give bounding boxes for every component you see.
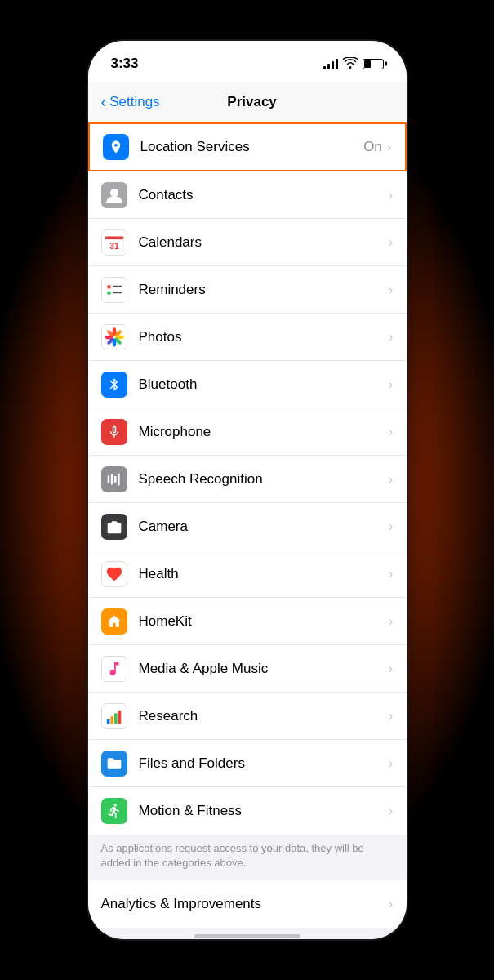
fitness-icon <box>101 798 127 824</box>
contacts-icon <box>101 182 127 208</box>
svg-rect-3 <box>105 236 123 239</box>
speech-recognition-icon <box>101 466 127 492</box>
music-icon <box>101 656 127 682</box>
reminders-row[interactable]: Reminders › <box>88 266 407 314</box>
location-services-icon <box>103 134 129 160</box>
microphone-icon <box>101 419 127 445</box>
location-services-value: On <box>363 139 382 155</box>
files-icon <box>101 751 127 777</box>
photos-chevron-icon: › <box>389 329 394 345</box>
bluetooth-row[interactable]: Bluetooth › <box>88 361 407 408</box>
music-chevron-icon: › <box>389 661 394 677</box>
fitness-label: Motion & Fitness <box>139 803 389 819</box>
svg-rect-26 <box>114 713 118 724</box>
photos-label: Photos <box>139 329 389 345</box>
camera-icon <box>101 514 127 540</box>
footer-note: As applications request access to your d… <box>88 835 407 880</box>
photos-row[interactable]: Photos › <box>88 314 407 361</box>
svg-rect-24 <box>106 719 109 724</box>
fitness-chevron-icon: › <box>389 803 394 819</box>
home-indicator <box>88 928 407 939</box>
status-time: 3:33 <box>111 56 139 72</box>
bluetooth-label: Bluetooth <box>139 376 389 393</box>
svg-point-8 <box>107 291 111 295</box>
home-bar <box>194 934 300 938</box>
svg-rect-21 <box>110 474 113 484</box>
svg-rect-27 <box>118 710 121 724</box>
microphone-chevron-icon: › <box>389 424 394 440</box>
contacts-row[interactable]: Contacts › <box>88 172 407 219</box>
location-services-chevron-icon: › <box>387 139 392 155</box>
health-row[interactable]: Health › <box>88 550 407 598</box>
calendars-chevron-icon: › <box>389 234 394 251</box>
svg-rect-20 <box>107 475 109 483</box>
research-row[interactable]: Research › <box>88 693 407 740</box>
music-row[interactable]: Media & Apple Music › <box>88 645 407 693</box>
svg-rect-6 <box>102 278 127 302</box>
svg-rect-22 <box>114 475 117 482</box>
health-label: Health <box>139 566 389 582</box>
music-label: Media & Apple Music <box>139 661 389 677</box>
svg-text:31: 31 <box>109 241 119 250</box>
svg-point-7 <box>107 284 111 288</box>
back-chevron-icon: ‹ <box>101 92 107 111</box>
health-chevron-icon: › <box>389 566 394 582</box>
files-chevron-icon: › <box>389 755 394 772</box>
research-chevron-icon: › <box>389 708 394 724</box>
reminders-label: Reminders <box>139 282 389 298</box>
calendars-label: Calendars <box>139 234 389 251</box>
homekit-row[interactable]: HomeKit › <box>88 598 407 645</box>
reminders-chevron-icon: › <box>389 282 394 298</box>
homekit-label: HomeKit <box>139 613 389 630</box>
homekit-icon <box>101 608 127 635</box>
fitness-row[interactable]: Motion & Fitness › <box>88 787 407 835</box>
speech-recognition-row[interactable]: Speech Recognition › <box>88 456 407 503</box>
analytics-chevron-icon: › <box>389 896 394 912</box>
microphone-row[interactable]: Microphone › <box>88 408 407 456</box>
svg-rect-25 <box>110 716 113 724</box>
research-icon <box>101 703 127 729</box>
microphone-label: Microphone <box>139 424 389 440</box>
location-services-label: Location Services <box>140 139 364 155</box>
svg-point-1 <box>110 189 118 197</box>
calendars-row[interactable]: 31 Calendars › <box>88 219 407 266</box>
page-title: Privacy <box>111 94 394 110</box>
files-label: Files and Folders <box>139 755 389 772</box>
battery-icon <box>363 59 384 69</box>
camera-row[interactable]: Camera › <box>88 503 407 550</box>
contacts-label: Contacts <box>139 187 389 203</box>
nav-bar: ‹ Settings Privacy <box>88 82 407 122</box>
calendars-icon: 31 <box>101 229 127 256</box>
speech-recognition-chevron-icon: › <box>389 471 394 488</box>
svg-rect-23 <box>118 473 120 485</box>
scroll-area[interactable]: Location Services On › Contacts <box>88 122 407 939</box>
contacts-chevron-icon: › <box>389 187 394 203</box>
camera-chevron-icon: › <box>389 519 394 535</box>
research-label: Research <box>139 708 389 724</box>
bluetooth-icon <box>101 372 127 398</box>
privacy-list: Contacts › 31 Calendars › <box>88 172 407 835</box>
homekit-chevron-icon: › <box>389 613 394 630</box>
health-icon <box>101 561 127 587</box>
analytics-row[interactable]: Analytics & Improvements › <box>88 880 407 928</box>
location-services-row[interactable]: Location Services On › <box>88 122 407 172</box>
status-icons <box>323 57 384 71</box>
phone-frame: 3:33 <box>0 0 494 980</box>
signal-bars-icon <box>323 58 338 69</box>
files-row[interactable]: Files and Folders › <box>88 740 407 787</box>
svg-rect-10 <box>113 292 122 293</box>
reminders-icon <box>101 277 127 303</box>
footer-note-text: As applications request access to your d… <box>101 842 364 869</box>
status-bar: 3:33 <box>88 41 407 82</box>
bluetooth-chevron-icon: › <box>389 376 394 393</box>
svg-rect-9 <box>113 285 122 287</box>
analytics-label: Analytics & Improvements <box>101 896 389 912</box>
camera-label: Camera <box>139 519 389 535</box>
wifi-icon <box>343 57 358 71</box>
screen: 3:33 <box>88 41 407 939</box>
photos-icon <box>101 324 127 350</box>
analytics-section: Analytics & Improvements › <box>88 880 407 928</box>
speech-recognition-label: Speech Recognition <box>139 471 389 488</box>
